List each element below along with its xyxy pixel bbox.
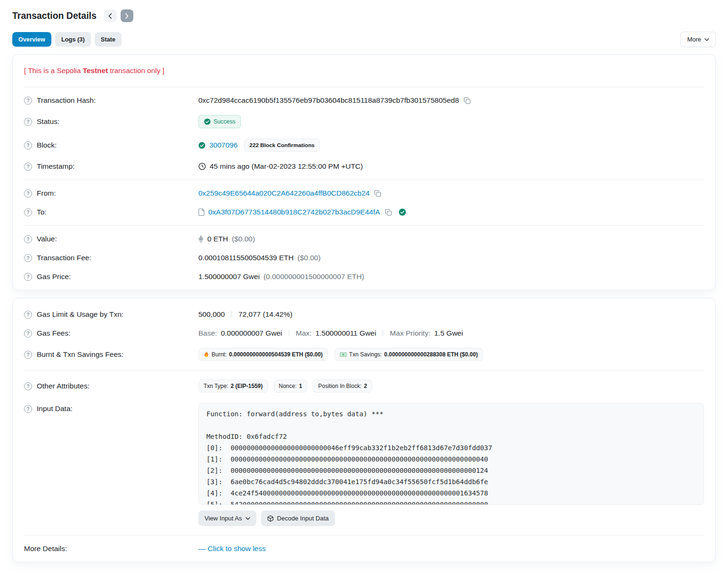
help-icon[interactable] xyxy=(24,97,32,105)
overview-card: [ This is a Sepolia Testnet transaction … xyxy=(12,54,716,290)
decode-input-data-button[interactable]: Decode Input Data xyxy=(261,511,335,526)
copy-hash-button[interactable] xyxy=(463,97,472,104)
tab-state[interactable]: State xyxy=(95,32,122,47)
row-label-group: Timestamp: xyxy=(24,162,198,171)
previous-transaction-button[interactable] xyxy=(104,9,117,22)
view-input-as-button[interactable]: View Input As xyxy=(198,511,256,526)
separator xyxy=(289,330,289,337)
input-data-label: Input Data: xyxy=(37,404,73,413)
block-number-link[interactable]: 3007096 xyxy=(209,141,237,149)
value-usd: ($0.00) xyxy=(232,235,255,243)
base-fee-value: 0.000000007 Gwei xyxy=(221,329,282,338)
position-in-block-badge-label: Position In Block: xyxy=(318,383,361,389)
help-icon[interactable] xyxy=(24,254,32,262)
separator xyxy=(231,311,232,318)
gas-fees-label: Gas Fees: xyxy=(37,329,71,338)
gas-price-row: Gas Price: 1.500000007 Gwei (0.000000001… xyxy=(24,267,704,286)
from-label: From: xyxy=(37,189,56,198)
to-row: To: 0xA3f07D6773514480b918C2742b027b3acD… xyxy=(24,203,704,222)
divider xyxy=(24,180,704,180)
input-data-actions: View Input As Decode Input Data xyxy=(198,511,704,526)
help-icon[interactable] xyxy=(24,273,32,281)
transaction-hash-row: Transaction Hash: 0xc72d984ccac6190b5f13… xyxy=(24,91,704,110)
row-label-group: Transaction Hash: xyxy=(24,96,198,105)
row-label-group: Transaction Fee: xyxy=(24,254,198,262)
block-label: Block: xyxy=(37,141,57,149)
divider xyxy=(24,87,704,87)
value-label: Value: xyxy=(37,235,57,243)
to-label: To: xyxy=(37,208,47,216)
from-address-link[interactable]: 0x259c49E65644a020C2A642260a4ffB0CD862cb… xyxy=(198,189,369,198)
more-button[interactable]: More xyxy=(680,32,716,47)
base-fee-label: Base: xyxy=(198,329,217,338)
row-value-group: 1.500000007 Gwei (0.000000001500000007 E… xyxy=(198,272,704,281)
gas-limit-label: Gas Limit & Usage by Txn: xyxy=(37,310,123,319)
gas-usage-value: 72,077 (14.42%) xyxy=(238,310,293,319)
show-less-toggle-link[interactable]: — Click to show less xyxy=(198,544,266,553)
position-in-block-badge: Position In Block: 2 xyxy=(313,379,372,393)
help-icon[interactable] xyxy=(24,330,32,338)
help-icon[interactable] xyxy=(24,190,32,198)
burnt-fees-row: Burnt & Txn Savings Fees: Burnt: 0.00000… xyxy=(24,343,704,366)
to-address-link[interactable]: 0xA3f07D6773514480b918C2742b027b3acD9E44… xyxy=(208,208,380,216)
row-label-group: Gas Limit & Usage by Txn: xyxy=(24,310,198,319)
help-icon[interactable] xyxy=(24,235,32,243)
nonce-badge-value: 1 xyxy=(299,383,303,389)
status-badge-label: Success xyxy=(213,118,235,125)
timestamp-label: Timestamp: xyxy=(37,162,74,171)
txn-savings-badge-value: 0.000000000000288308 ETH ($0.00) xyxy=(384,351,478,358)
timestamp-row: Timestamp: 45 mins ago (Mar-02-2023 12:5… xyxy=(24,157,704,176)
chevron-right-icon xyxy=(125,13,129,19)
testnet-notice-bold: Testnet xyxy=(83,66,108,74)
page-header: Transaction Details xyxy=(12,8,716,32)
decode-cube-icon xyxy=(267,515,274,522)
copy-icon xyxy=(374,190,381,197)
status-row: Status: Success xyxy=(24,110,704,133)
help-icon[interactable] xyxy=(24,405,32,413)
copy-icon xyxy=(385,209,392,216)
max-priority-fee-label: Max Priority: xyxy=(390,329,430,338)
row-label-group: Input Data: xyxy=(24,403,198,413)
row-value-group: Base: 0.000000007 Gwei Max: 1.500000011 … xyxy=(198,329,704,338)
other-attributes-row: Other Attributes: Txn Type: 2 (EIP-1559)… xyxy=(24,374,704,398)
fire-icon xyxy=(204,351,209,358)
help-icon[interactable] xyxy=(24,208,32,216)
tab-bar: Overview Logs (3) State More xyxy=(12,32,716,47)
copy-from-address-button[interactable] xyxy=(373,190,382,197)
txn-savings-badge-label: Txn Savings: xyxy=(349,351,382,358)
details-card: Gas Limit & Usage by Txn: 500,000 72,077… xyxy=(12,298,716,562)
more-details-label: More Details: xyxy=(24,544,67,553)
value-row: Value: 0 ETH ($0.00) xyxy=(24,230,704,248)
input-data-textarea[interactable]: Function: forward(address to,bytes data)… xyxy=(198,403,704,505)
transaction-fee-row: Transaction Fee: 0.000108115500504539 ET… xyxy=(24,248,704,267)
transaction-details-page: Transaction Details Overview Logs (3) St… xyxy=(0,0,728,562)
check-circle-icon xyxy=(204,118,211,125)
transaction-hash-label: Transaction Hash: xyxy=(37,96,96,105)
divider xyxy=(24,370,704,371)
copy-to-address-button[interactable] xyxy=(384,209,393,216)
gas-fees-row: Gas Fees: Base: 0.000000007 Gwei Max: 1.… xyxy=(24,324,704,343)
help-icon[interactable] xyxy=(24,351,32,359)
help-icon[interactable] xyxy=(24,382,32,390)
tab-logs[interactable]: Logs (3) xyxy=(55,32,91,47)
from-row: From: 0x259c49E65644a020C2A642260a4ffB0C… xyxy=(24,184,704,203)
txn-savings-badge: Txn Savings: 0.000000000000288308 ETH ($… xyxy=(335,348,483,361)
tab-overview[interactable]: Overview xyxy=(12,32,51,47)
row-value-group: 0xA3f07D6773514480b918C2742b027b3acD9E44… xyxy=(198,208,704,216)
gas-price-eth: (0.000000001500000007 ETH) xyxy=(263,272,364,281)
max-fee-value: 1.500000011 Gwei xyxy=(315,329,376,338)
help-icon[interactable] xyxy=(24,163,32,171)
help-icon[interactable] xyxy=(24,118,32,126)
next-transaction-button[interactable] xyxy=(121,9,133,22)
help-icon[interactable] xyxy=(24,141,32,149)
view-input-as-label: View Input As xyxy=(204,515,242,522)
row-label-group: Value: xyxy=(24,235,198,243)
row-value-group: 3007096 222 Block Confirmations xyxy=(198,139,704,152)
more-button-label: More xyxy=(687,36,701,43)
help-icon[interactable] xyxy=(24,311,32,319)
more-details-row: More Details: — Click to show less xyxy=(24,539,704,558)
row-label-group: More Details: xyxy=(24,544,198,553)
burnt-badge-value: 0.000000000000504539 ETH ($0.00) xyxy=(229,351,323,358)
input-data-row: Input Data: Function: forward(address to… xyxy=(24,398,704,531)
money-savings-icon xyxy=(340,352,347,357)
